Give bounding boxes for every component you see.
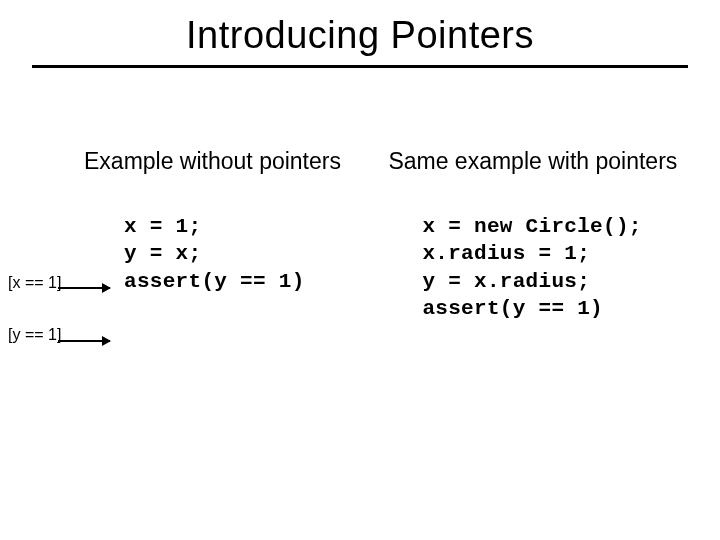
title-divider [32, 65, 688, 68]
content-columns: Example without pointers x = 1; y = x; a… [0, 148, 720, 322]
right-heading: Same example with pointers [386, 148, 696, 175]
annotation-y: [y == 1] [8, 326, 61, 344]
arrow-icon [58, 340, 110, 342]
right-column: Same example with pointers x = new Circl… [386, 148, 696, 322]
left-heading: Example without pointers [8, 148, 386, 175]
right-code-block: x = new Circle(); x.radius = 1; y = x.ra… [386, 213, 696, 322]
left-code-block: x = 1; y = x; assert(y == 1) [8, 213, 386, 295]
annotation-x: [x == 1] [8, 274, 61, 292]
arrow-icon [58, 287, 110, 289]
left-column: Example without pointers x = 1; y = x; a… [8, 148, 386, 322]
slide-title: Introducing Pointers [0, 0, 720, 57]
